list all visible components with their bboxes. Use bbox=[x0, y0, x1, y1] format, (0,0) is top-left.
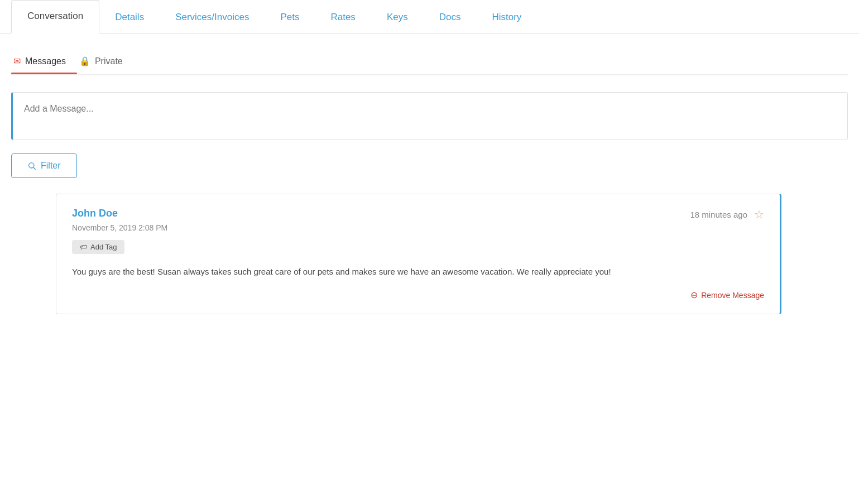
message-header: John Doe 18 minutes ago ☆ bbox=[72, 208, 764, 221]
star-icon[interactable]: ☆ bbox=[754, 208, 764, 221]
filter-button-label: Filter bbox=[41, 161, 61, 171]
message-body: You guys are the best! Susan always take… bbox=[72, 265, 764, 279]
tab-history[interactable]: History bbox=[476, 2, 537, 33]
remove-message-button[interactable]: ⊖ Remove Message bbox=[690, 290, 764, 300]
search-icon bbox=[27, 161, 36, 170]
sub-tabs: ✉ Messages 🔒 Private bbox=[11, 50, 848, 74]
mail-icon: ✉ bbox=[13, 56, 21, 66]
filter-button[interactable]: Filter bbox=[11, 153, 77, 178]
message-time-ago: 18 minutes ago bbox=[690, 210, 747, 219]
tab-conversation[interactable]: Conversation bbox=[11, 0, 99, 33]
sub-tab-messages-label: Messages bbox=[25, 56, 66, 66]
tab-rates[interactable]: Rates bbox=[315, 2, 371, 33]
add-tag-button[interactable]: 🏷 Add Tag bbox=[72, 240, 124, 254]
tab-details[interactable]: Details bbox=[99, 2, 160, 33]
remove-message-label: Remove Message bbox=[701, 291, 764, 300]
message-input-wrapper bbox=[11, 92, 848, 140]
message-card: John Doe 18 minutes ago ☆ November 5, 20… bbox=[56, 194, 781, 314]
tab-docs[interactable]: Docs bbox=[424, 2, 477, 33]
tag-icon: 🏷 bbox=[80, 243, 87, 251]
svg-line-1 bbox=[33, 167, 36, 170]
lock-icon: 🔒 bbox=[79, 56, 90, 66]
message-time-star: 18 minutes ago ☆ bbox=[690, 208, 764, 221]
main-content: ✉ Messages 🔒 Private Filter John Doe 18 … bbox=[0, 33, 859, 331]
sub-tab-divider bbox=[11, 74, 848, 75]
remove-icon: ⊖ bbox=[690, 290, 698, 300]
add-tag-label: Add Tag bbox=[90, 243, 117, 251]
tab-services-invoices[interactable]: Services/Invoices bbox=[160, 2, 265, 33]
svg-point-0 bbox=[29, 163, 34, 168]
tab-bar: Conversation Details Services/Invoices P… bbox=[0, 0, 859, 33]
sub-tab-private-label: Private bbox=[95, 56, 123, 66]
tab-keys[interactable]: Keys bbox=[371, 2, 424, 33]
message-sender: John Doe bbox=[72, 208, 118, 219]
sub-tab-messages[interactable]: ✉ Messages bbox=[11, 50, 77, 74]
remove-message-wrapper: ⊖ Remove Message bbox=[72, 290, 764, 300]
message-input[interactable] bbox=[13, 93, 847, 137]
tab-pets[interactable]: Pets bbox=[265, 2, 315, 33]
message-date: November 5, 2019 2:08 PM bbox=[72, 223, 764, 232]
sub-tab-private[interactable]: 🔒 Private bbox=[77, 50, 134, 74]
